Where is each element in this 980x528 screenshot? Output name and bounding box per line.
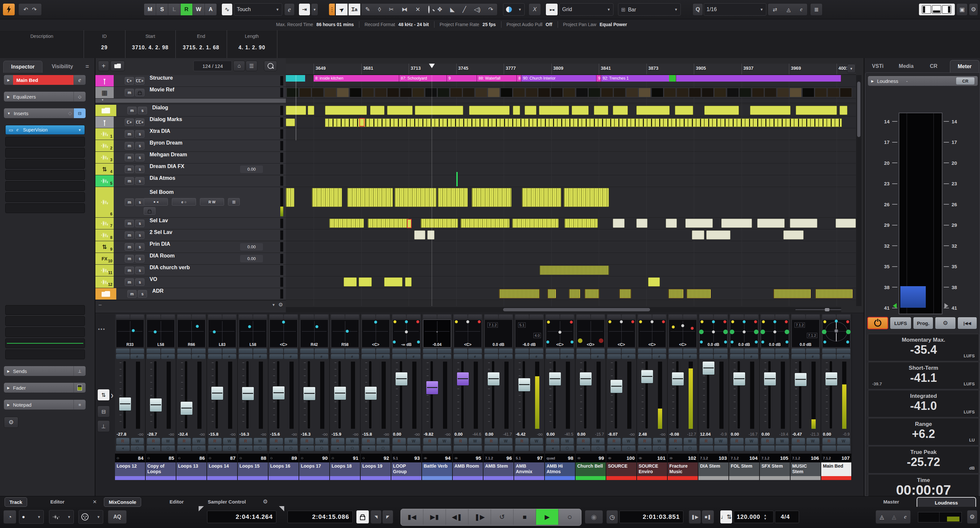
- right-locator-flag-icon[interactable]: [279, 511, 284, 517]
- fader-value[interactable]: -16.3: [301, 432, 311, 437]
- rack-slot[interactable]: [253, 315, 267, 319]
- structure-region[interactable]: 90: Church Interior: [521, 75, 597, 82]
- solo-button[interactable]: s: [135, 142, 145, 149]
- fader-cap[interactable]: [733, 372, 745, 386]
- audio-clip[interactable]: [469, 106, 510, 115]
- autoscroll-button[interactable]: ⇥: [299, 3, 310, 16]
- section-sends[interactable]: ▶Sends⊥: [4, 366, 86, 376]
- channel-number-row[interactable]: ○91: [330, 453, 360, 462]
- audio-clip[interactable]: [692, 230, 704, 239]
- fader-cap[interactable]: [457, 372, 469, 386]
- track-gain-value[interactable]: 0.00: [240, 255, 263, 262]
- solo-button[interactable]: s: [135, 154, 145, 161]
- mixer-view-racks-button[interactable]: ⊟: [97, 406, 110, 417]
- record-enable-button[interactable]: [223, 446, 237, 451]
- track-row[interactable]: FX10msDIA Room0.00: [95, 253, 286, 265]
- automation-panel-button[interactable]: ∿: [221, 3, 232, 16]
- channel-number-row[interactable]: ○○101: [637, 453, 667, 462]
- tab-loudness[interactable]: Loudness: [916, 497, 976, 507]
- arrange-area[interactable]: 3649368137133745377738093841387339053937…: [286, 58, 864, 312]
- channel-name[interactable]: AMB Room: [453, 462, 483, 476]
- arrange-lane[interactable]: [286, 98, 856, 103]
- rack-slot[interactable]: [577, 315, 590, 319]
- rack-slot[interactable]: [423, 315, 437, 319]
- fader-groove[interactable]: [615, 361, 617, 428]
- channel-button[interactable]: [300, 349, 314, 354]
- snap-button[interactable]: ▸▫◂: [546, 3, 558, 16]
- solo-button[interactable]: s: [135, 165, 145, 173]
- status-value[interactable]: 48 kHz - 24 bit: [398, 22, 429, 27]
- channel-name[interactable]: AMB Stem: [484, 462, 514, 476]
- rack-slot[interactable]: [515, 315, 529, 319]
- channel-edit-button[interactable]: e: [223, 354, 236, 359]
- pan-display[interactable]: 7.1.27.1.20.0 dB: [792, 319, 819, 347]
- selected-track-name[interactable]: Main Bed: [13, 75, 73, 85]
- read-write-buttons[interactable]: R W: [200, 198, 224, 206]
- add-marker-button[interactable]: Ꞇ+: [125, 77, 134, 84]
- solo-button[interactable]: s: [135, 243, 145, 251]
- arranger-play-button[interactable]: ❚▶: [689, 510, 701, 524]
- audio-clip[interactable]: [619, 289, 631, 298]
- record-enable-button[interactable]: [468, 446, 482, 451]
- color-tool-dropdown[interactable]: ▼: [503, 3, 525, 16]
- fader-value[interactable]: 0.00: [731, 432, 739, 437]
- channel-button[interactable]: [392, 349, 406, 354]
- track-name[interactable]: 2 Sel Lav: [150, 230, 172, 241]
- fader-cap[interactable]: [242, 387, 254, 400]
- record-enable-button[interactable]: [622, 446, 636, 451]
- channel-button[interactable]: [468, 349, 482, 354]
- pan-dot[interactable]: [773, 320, 776, 323]
- audio-clip[interactable]: [522, 188, 561, 207]
- section-inserts[interactable]: ▼Inserts◇⊟: [4, 108, 86, 118]
- insert-slot-empty[interactable]: [5, 192, 85, 202]
- track-name[interactable]: Xtra DIA: [150, 128, 170, 140]
- precount-metronome-icon[interactable]: ◬: [892, 514, 896, 520]
- pan-dot[interactable]: [608, 320, 611, 323]
- glue-tool-icon[interactable]: ⧓: [401, 6, 407, 13]
- pan-display[interactable]: R42: [300, 319, 328, 347]
- track-name[interactable]: Dia Atmos: [150, 175, 175, 187]
- channel-edit-button[interactable]: e: [745, 354, 758, 359]
- channel-name[interactable]: AMB Anvmix: [514, 462, 544, 476]
- pan-dot[interactable]: [724, 320, 727, 323]
- channel-button[interactable]: [192, 349, 205, 354]
- rack-slot[interactable]: [192, 315, 205, 319]
- write-button[interactable]: W: [407, 438, 421, 445]
- rack-slot[interactable]: [530, 315, 543, 319]
- time-format-button[interactable]: ◷: [606, 510, 618, 524]
- stop-button[interactable]: ■: [514, 509, 536, 525]
- channel-name[interactable]: Church Bell: [576, 462, 606, 476]
- read-button[interactable]: R: [669, 438, 682, 445]
- insert-slot-empty[interactable]: [5, 159, 85, 169]
- automation-s-button[interactable]: S: [156, 3, 168, 16]
- mute-button[interactable]: m: [125, 177, 134, 185]
- status-value[interactable]: Equal Power: [600, 22, 627, 27]
- channel-button[interactable]: [130, 349, 144, 354]
- channel-button[interactable]: [515, 354, 529, 359]
- bypass-inserts-icon[interactable]: ⊟: [73, 108, 86, 118]
- tab-mixconsole[interactable]: MixConsole: [104, 497, 141, 507]
- channel-name[interactable]: Loops 16: [269, 462, 299, 476]
- structure-region[interactable]: 87: Schoolyard: [399, 75, 447, 82]
- channel-button[interactable]: [638, 349, 652, 354]
- fader-cap[interactable]: [610, 379, 623, 393]
- insert-slot-empty[interactable]: [5, 170, 85, 180]
- audio-clip[interactable]: [687, 289, 711, 298]
- audio-clip[interactable]: [347, 188, 393, 207]
- channel-name[interactable]: Battle Verb: [422, 462, 452, 476]
- section-equalizers[interactable]: ▶Equalizers◇: [4, 92, 86, 101]
- rack-slot[interactable]: [331, 315, 345, 319]
- midi-record-dropdown[interactable]: ▼: [78, 510, 103, 524]
- channel-edit-button[interactable]: e: [130, 354, 144, 359]
- write-button[interactable]: W: [161, 438, 175, 445]
- left-locator-time[interactable]: 2:04:14.264: [207, 511, 276, 523]
- rack-slot[interactable]: [468, 315, 482, 319]
- mute-button[interactable]: m: [127, 107, 137, 114]
- solo-button[interactable]: s: [135, 130, 145, 138]
- left-zone-toggle-icon[interactable]: [922, 5, 931, 14]
- mute-button[interactable]: m: [125, 198, 134, 206]
- rack-slot[interactable]: [699, 315, 713, 319]
- pan-dot[interactable]: [620, 320, 623, 323]
- record-button[interactable]: ○: [558, 509, 581, 525]
- fader-value[interactable]: 0.00: [823, 432, 831, 437]
